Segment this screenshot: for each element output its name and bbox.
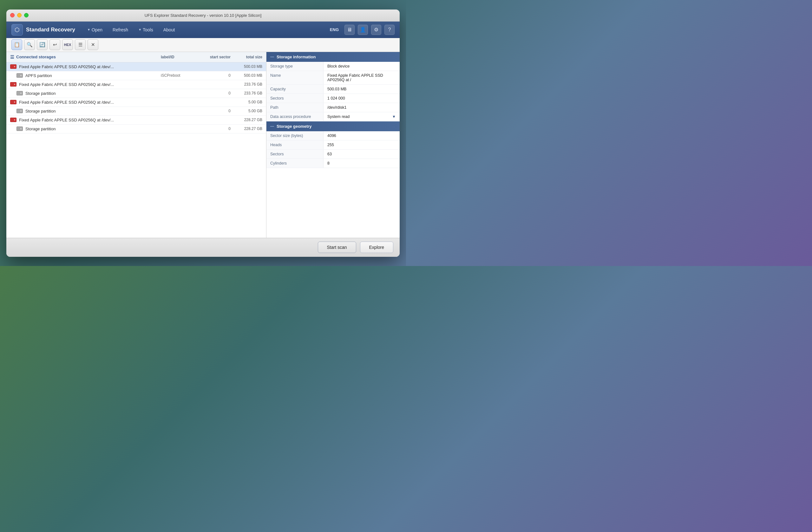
drive-icon-red <box>10 82 16 87</box>
app-logo: ⬡ Standard Recovery <box>11 24 75 35</box>
table-row[interactable]: Fixed Apple Fabric APPLE SSD AP0256Q at … <box>6 62 266 71</box>
table-row[interactable]: Fixed Apple Fabric APPLE SSD AP0256Q at … <box>6 116 266 124</box>
maximize-button[interactable] <box>24 13 29 17</box>
search-button[interactable]: 🔍 <box>24 39 35 50</box>
item-sector: 0 <box>199 109 231 113</box>
partition-icon-grey <box>16 127 23 131</box>
table-row[interactable]: Fixed Apple Fabric APPLE SSD AP0256Q at … <box>6 80 266 89</box>
item-size: 228.27 GB <box>231 127 262 131</box>
close-tool-button[interactable]: ✕ <box>88 39 98 50</box>
label-heads: Heads <box>266 141 323 149</box>
titlebar: UFS Explorer Standard Recovery - version… <box>6 10 400 21</box>
item-name: Fixed Apple Fabric APPLE SSD AP0256Q at … <box>19 100 161 105</box>
log-icon: 📋 <box>14 42 20 47</box>
item-size: 5.00 GB <box>231 109 262 113</box>
main-window: UFS Explorer Standard Recovery - version… <box>6 10 400 257</box>
item-size: 228.27 GB <box>231 118 262 122</box>
info-row-sector-size: Sector size (bytes) 4096 <box>266 131 400 141</box>
label-name: Name <box>266 71 323 84</box>
tools-arrow: ▼ <box>138 28 142 31</box>
settings-icon-btn[interactable]: ⚙ <box>371 25 381 35</box>
header-start-sector: start sector <box>199 55 231 59</box>
storage-info-title: Storage information <box>277 55 316 59</box>
start-scan-button[interactable]: Start scan <box>318 241 356 253</box>
log-button[interactable]: 📋 <box>11 39 22 50</box>
storage-info-header: — Storage information <box>266 52 400 62</box>
item-name: Storage partition <box>25 109 161 114</box>
drive-icon-red <box>10 100 16 104</box>
traffic-lights <box>10 13 29 17</box>
info-row-heads: Heads 255 <box>266 141 400 150</box>
app-icon: ⬡ <box>11 24 23 35</box>
monitor-icon-btn[interactable]: 🖥 <box>345 25 354 35</box>
value-sectors: 1 024 000 <box>323 94 400 103</box>
partition-icon-grey <box>16 91 23 95</box>
value-storage-type: Block device <box>323 62 400 71</box>
value-cylinders: 8 <box>323 159 400 168</box>
menu-about[interactable]: About <box>159 25 179 34</box>
item-name: Fixed Apple Fabric APPLE SSD AP0256Q at … <box>19 82 161 87</box>
table-row[interactable]: Storage partition 0 228.27 GB <box>6 124 266 133</box>
menu-refresh[interactable]: Refresh <box>108 25 133 34</box>
right-panel: — Storage information Storage type Block… <box>266 52 400 238</box>
section-toggle-icon[interactable]: — <box>270 55 274 59</box>
menu-open[interactable]: ▼ Open <box>83 25 107 34</box>
info-row-path: Path /dev/rdisk1 <box>266 103 400 112</box>
header-total-size: total size <box>231 55 262 59</box>
info-row-sectors: Sectors 1 024 000 <box>266 94 400 103</box>
drive-icon-red <box>10 64 16 69</box>
label-storage-type: Storage type <box>266 62 323 71</box>
label-path: Path <box>266 103 323 112</box>
item-name: Fixed Apple Fabric APPLE SSD AP0256Q at … <box>19 118 161 122</box>
value-heads: 255 <box>323 141 400 149</box>
menu-tools[interactable]: ▼ Tools <box>134 25 158 34</box>
search-icon: 🔍 <box>27 42 33 47</box>
info-row-type: Storage type Block device <box>266 62 400 71</box>
app-name: Standard Recovery <box>26 27 75 33</box>
table-row[interactable]: Storage partition 0 5.00 GB <box>6 107 266 116</box>
main-content: ☰ Connected storages label/ID start sect… <box>6 52 400 238</box>
storage-info-table: Storage type Block device Name Fixed App… <box>266 62 400 121</box>
item-size: 5.00 GB <box>231 100 262 104</box>
value-path: /dev/rdisk1 <box>323 103 400 112</box>
info-row-cylinders: Cylinders 8 <box>266 159 400 168</box>
table-row[interactable]: Storage partition 0 233.76 GB <box>6 89 266 98</box>
value-sector-size: 4096 <box>323 131 400 140</box>
back-button[interactable]: ↩ <box>49 39 60 50</box>
label-geo-sectors: Sectors <box>266 150 323 159</box>
reload-button[interactable]: 🔄 <box>37 39 47 50</box>
value-data-access: System read ▼ <box>323 112 400 121</box>
item-size: 500.03 MB <box>231 64 262 69</box>
item-name: Fixed Apple Fabric APPLE SSD AP0256Q at … <box>19 64 161 69</box>
item-sector: 0 <box>199 73 231 78</box>
info-row-geo-sectors: Sectors 63 <box>266 150 400 159</box>
subtoolbar: 📋 🔍 🔄 ↩ HEX ☰ ✕ <box>6 38 400 52</box>
table-row[interactable]: APFS partition iSCPreboot 0 500.03 MB <box>6 71 266 80</box>
help-icon-btn[interactable]: ? <box>385 25 395 35</box>
dropdown-arrow-icon[interactable]: ▼ <box>392 115 396 119</box>
geometry-toggle-icon[interactable]: — <box>270 124 274 129</box>
table-row[interactable]: Fixed Apple Fabric APPLE SSD AP0256Q at … <box>6 98 266 107</box>
info-row-name: Name Fixed Apple Fabric APPLE SSD AP0256… <box>266 71 400 85</box>
info-row-capacity: Capacity 500.03 MB <box>266 85 400 94</box>
storage-geometry-title: Storage geometry <box>277 124 312 129</box>
value-name: Fixed Apple Fabric APPLE SSD AP0256Q at … <box>323 71 400 84</box>
explore-button[interactable]: Explore <box>360 241 393 253</box>
bottom-bar: Start scan Explore <box>6 238 400 257</box>
menu-about-label: About <box>163 27 175 32</box>
window-title: UFS Explorer Standard Recovery - version… <box>145 13 262 18</box>
close-button[interactable] <box>10 13 15 17</box>
value-geo-sectors: 63 <box>323 150 400 159</box>
minimize-button[interactable] <box>17 13 21 17</box>
drive-icon-red <box>10 118 16 122</box>
connected-storages-label: Connected storages <box>16 55 56 59</box>
label-sector-size: Sector size (bytes) <box>266 131 323 140</box>
language-selector[interactable]: ENG <box>327 26 341 33</box>
item-sector: 0 <box>199 127 231 131</box>
hex-button[interactable]: HEX <box>62 39 73 50</box>
item-name: APFS partition <box>25 73 161 78</box>
list-button[interactable]: ☰ <box>75 39 86 50</box>
label-cylinders: Cylinders <box>266 159 323 168</box>
user-icon-btn[interactable]: 👤 <box>358 25 368 35</box>
item-size: 233.76 GB <box>231 82 262 87</box>
